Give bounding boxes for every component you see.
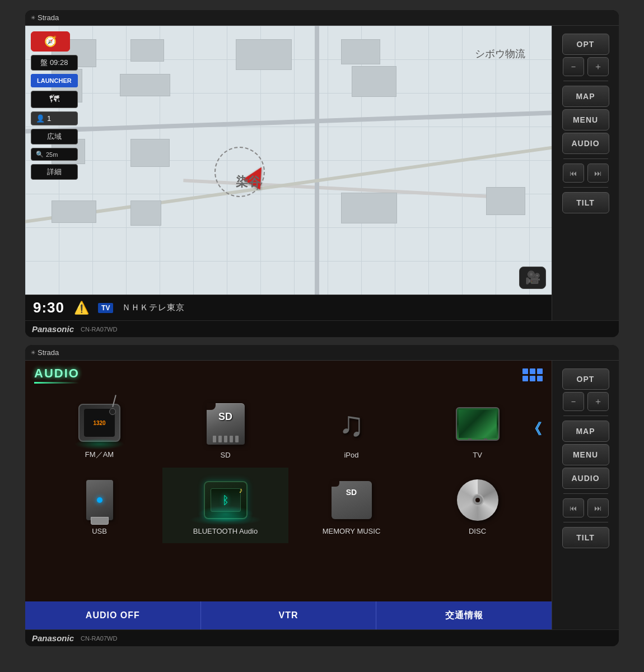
audio-off-button[interactable]: AUDIO OFF [25,601,201,629]
disc-label: DISC [469,527,486,535]
nav-minus-button[interactable]: － [563,57,584,76]
audio-audio-button[interactable]: AUDIO [562,468,609,489]
audio-item-usb[interactable]: USB [36,468,162,543]
map-block [236,39,292,70]
usb-icon [86,480,113,520]
nav-menu-button[interactable]: MENU [562,109,609,130]
vtr-button[interactable]: VTR [201,601,377,629]
ctrl-divider-1 [563,81,608,81]
grid-view-icon[interactable] [522,368,543,381]
audio-item-sd[interactable]: SD SD [162,390,288,468]
road-diagonal [25,139,552,231]
audio-item-disc[interactable]: DISC [414,468,540,543]
disc-icon-container [452,478,503,522]
memory-icon-container: SD [326,478,377,522]
nav-map-screen[interactable]: シボウ物流 染谷 🎥 🧭 盤 09:28 LAUNCHER [25,26,552,295]
usb-connector [91,517,109,525]
nav-map-button[interactable]: MAP [562,86,609,107]
sd-icon-container: SD [200,402,251,446]
brand-label-top: Panasonic [32,324,74,334]
audio-item-memory[interactable]: SD MEMORY MUSIC [288,468,414,543]
sd-icon: SD [207,403,245,445]
nav-prev-button[interactable]: ⏮ [563,164,584,183]
nav-plus-button[interactable]: ＋ [587,57,609,76]
grid-row [522,368,543,374]
nav-zoom-button[interactable]: 🔍 25m [31,148,78,161]
map-block [130,139,170,167]
nav-detail-button[interactable]: 詳細 [31,164,78,180]
nav-audio-button[interactable]: AUDIO [562,133,609,154]
audio-minus-button[interactable]: － [563,392,584,411]
map-background: シボウ物流 染谷 🎥 [25,26,552,295]
audio-device-bottom: Panasonic CN-RA07WD [25,629,619,646]
strada-label-bottom: Strada [38,348,59,357]
nav-user-button[interactable]: 👤 1 [31,111,78,125]
nav-current-time: 9:30 [33,299,64,316]
nav-tilt-button[interactable]: TILT [562,192,609,213]
bt-glow-sides [189,514,262,525]
strada-label-top: Strada [38,13,59,22]
memory-sd-label: SD [346,488,357,497]
grid-dot [522,376,528,381]
nav-wide-button[interactable]: 広域 [31,129,78,144]
audio-item-tv[interactable]: TV 《 [414,390,540,468]
map-block [352,66,396,97]
ctrl-divider-2 [563,158,608,159]
camera-icon: 🎥 [525,270,540,285]
disc-icon [457,479,498,521]
audio-item-ipod[interactable]: ♫ iPod [288,390,414,468]
memory-label: MEMORY MUSIC [323,527,381,535]
audio-prev-button[interactable]: ⏮ [563,498,584,517]
bluetooth-icon-container: ᛒ ♪ [200,478,251,522]
audio-menu-button[interactable]: MENU [562,444,609,465]
scroll-right-arrow[interactable]: 《 [527,419,542,439]
audio-plus-minus-row: － ＋ [563,392,609,411]
audio-map-button[interactable]: MAP [562,421,609,442]
road-vertical-1 [315,26,319,295]
strada-star-icon-2: ✳ [31,349,35,356]
usb-icon-container [74,478,125,522]
memory-icon: SD [332,481,372,519]
map-block [341,193,397,223]
music-note-icon: ♫ [338,404,365,444]
audio-opt-button[interactable]: OPT [562,368,609,390]
ipod-icon-container: ♫ [326,402,377,446]
nav-compass-button[interactable]: 🧭 [31,31,70,52]
usb-label: USB [92,527,107,535]
nav-map-icon-btn[interactable]: 🗺 [31,91,78,108]
audio-items-grid: 1320 FM／AM [25,385,552,549]
nav-status-bar: 9:30 ⚠️ TV ＮＨＫテレ東京 [25,295,552,320]
antenna-line [112,395,116,407]
sd-contact [218,436,222,442]
map-block [130,39,164,62]
nav-opt-button[interactable]: OPT [562,34,609,55]
audio-tilt-button[interactable]: TILT [562,527,609,548]
audio-controls-panel: OPT － ＋ MAP MENU AUDIO ⏮ ⏭ TILT [552,361,619,629]
tv-stand-right [484,438,487,441]
fm-am-label: FM／AM [85,450,114,460]
traffic-button[interactable]: 交通情報 [376,601,552,629]
nav-unit: ✳ Strada [25,10,619,337]
nav-next-button[interactable]: ⏭ [587,164,609,183]
disc-center [472,494,484,506]
audio-item-bluetooth[interactable]: ᛒ ♪ BLUETOOTH Audio [162,468,288,543]
disc-hole [475,498,480,502]
audio-plus-button[interactable]: ＋ [587,392,609,411]
camera-button[interactable]: 🎥 [519,267,546,289]
map-block [120,74,170,96]
nav-overlays: 🧭 盤 09:28 LAUNCHER 🗺 👤 1 広域 🔍 25m 詳細 [31,31,78,180]
sd-contact [230,436,233,442]
strada-logo-top: ✳ Strada [31,13,59,22]
audio-menu-screen[interactable]: AUDIO [25,361,552,629]
audio-bottom-bar: AUDIO OFF VTR 交通情報 [25,601,552,629]
nav-launcher-button[interactable]: LAUNCHER [31,74,78,87]
road-horizontal-1 [25,111,552,134]
strada-star-icon: ✳ [31,15,35,21]
ctrl-divider-3 [563,187,608,188]
radio-freq-display: 1320 [93,420,105,426]
audio-item-fm-am[interactable]: 1320 FM／AM [36,390,162,468]
ctrl-divider-4 [563,416,608,416]
nav-skip-row: ⏮ ⏭ [563,164,609,183]
tv-icon [456,407,500,441]
audio-next-button[interactable]: ⏭ [587,498,609,517]
